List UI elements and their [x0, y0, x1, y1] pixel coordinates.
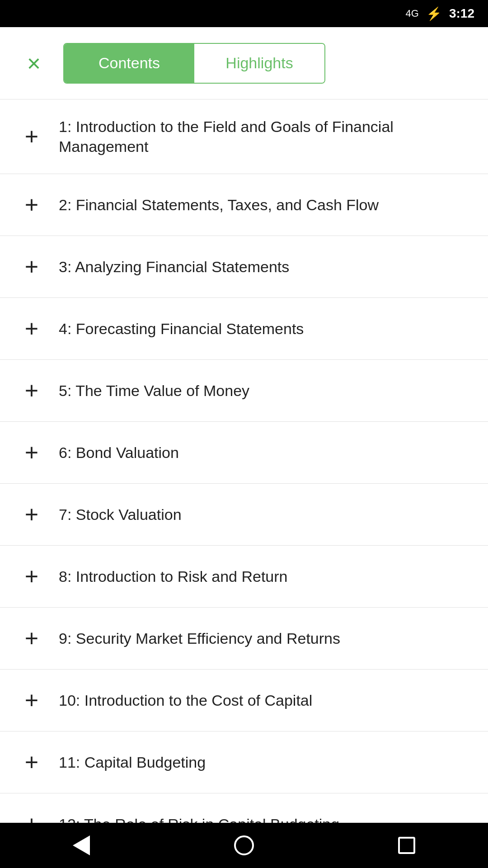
- battery-charging-icon: ⚡: [426, 6, 442, 21]
- expand-icon: +: [18, 439, 45, 466]
- expand-icon: +: [18, 749, 45, 776]
- plus-symbol: +: [25, 379, 38, 402]
- chapter-title: 1: Introduction to the Field and Goals o…: [59, 117, 470, 156]
- recents-icon: [398, 837, 415, 854]
- chapter-title: 10: Introduction to the Cost of Capital: [59, 690, 312, 710]
- plus-symbol: +: [25, 441, 38, 464]
- list-item[interactable]: +7: Stock Valuation: [0, 484, 488, 546]
- expand-icon: +: [18, 811, 45, 823]
- tab-container: Contents Highlights: [63, 43, 325, 84]
- list-item[interactable]: +12: The Role of Risk in Capital Budgeti…: [0, 793, 488, 823]
- plus-symbol: +: [25, 689, 38, 712]
- expand-icon: +: [18, 625, 45, 652]
- chapter-title: 11: Capital Budgeting: [59, 752, 206, 772]
- plus-symbol: +: [25, 193, 38, 217]
- expand-icon: +: [18, 563, 45, 590]
- list-item[interactable]: +6: Bond Valuation: [0, 422, 488, 484]
- header: × Contents Highlights: [0, 27, 488, 99]
- list-item[interactable]: +5: The Time Value of Money: [0, 360, 488, 422]
- list-item[interactable]: +9: Security Market Efficiency and Retur…: [0, 608, 488, 670]
- plus-symbol: +: [25, 750, 38, 774]
- expand-icon: +: [18, 253, 45, 280]
- home-icon: [234, 835, 254, 855]
- chapter-title: 5: The Time Value of Money: [59, 381, 249, 401]
- nav-back-button[interactable]: [63, 827, 99, 863]
- list-item[interactable]: +10: Introduction to the Cost of Capital: [0, 670, 488, 731]
- status-bar: 4G ⚡ 3:12: [0, 0, 488, 27]
- expand-icon: +: [18, 501, 45, 528]
- list-item[interactable]: +11: Capital Budgeting: [0, 731, 488, 793]
- bottom-navigation: [0, 823, 488, 868]
- chapter-title: 2: Financial Statements, Taxes, and Cash…: [59, 195, 379, 215]
- nav-recents-button[interactable]: [389, 827, 425, 863]
- plus-symbol: +: [25, 565, 38, 588]
- expand-icon: +: [18, 377, 45, 404]
- plus-symbol: +: [25, 125, 38, 148]
- chapter-title: 7: Stock Valuation: [59, 505, 182, 524]
- chapter-title: 3: Analyzing Financial Statements: [59, 257, 289, 277]
- chapter-title: 6: Bond Valuation: [59, 443, 179, 462]
- expand-icon: +: [18, 123, 45, 150]
- chapter-title: 9: Security Market Efficiency and Return…: [59, 628, 340, 648]
- expand-icon: +: [18, 191, 45, 218]
- plus-symbol: +: [25, 503, 38, 526]
- signal-icon: 4G: [406, 8, 419, 19]
- chapter-title: 4: Forecasting Financial Statements: [59, 319, 304, 339]
- list-item[interactable]: +1: Introduction to the Field and Goals …: [0, 99, 488, 174]
- expand-icon: +: [18, 687, 45, 714]
- plus-symbol: +: [25, 627, 38, 650]
- back-icon: [73, 835, 90, 855]
- list-item[interactable]: +2: Financial Statements, Taxes, and Cas…: [0, 174, 488, 236]
- tab-contents[interactable]: Contents: [64, 44, 194, 83]
- tab-highlights[interactable]: Highlights: [194, 44, 324, 83]
- list-item[interactable]: +8: Introduction to Risk and Return: [0, 546, 488, 608]
- plus-symbol: +: [25, 317, 38, 340]
- expand-icon: +: [18, 315, 45, 342]
- nav-home-button[interactable]: [226, 827, 262, 863]
- chapter-title: 12: The Role of Risk in Capital Budgetin…: [59, 814, 339, 823]
- plus-symbol: +: [25, 255, 38, 278]
- clock: 3:12: [449, 6, 474, 21]
- close-button[interactable]: ×: [18, 47, 50, 79]
- close-icon: ×: [27, 52, 41, 75]
- contents-list: +1: Introduction to the Field and Goals …: [0, 99, 488, 823]
- plus-symbol: +: [25, 812, 38, 823]
- list-item[interactable]: +3: Analyzing Financial Statements: [0, 236, 488, 298]
- list-item[interactable]: +4: Forecasting Financial Statements: [0, 298, 488, 360]
- chapter-title: 8: Introduction to Risk and Return: [59, 566, 288, 586]
